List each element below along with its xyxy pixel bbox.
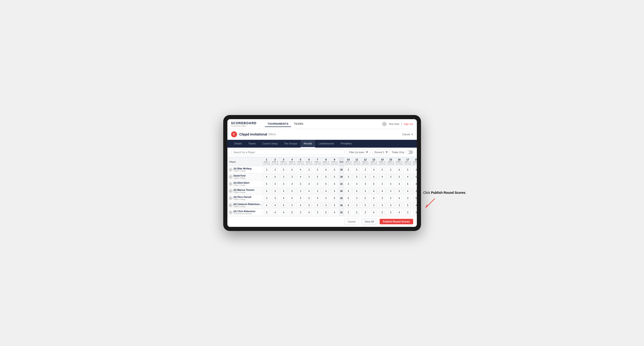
hole-15-score[interactable] [386, 209, 395, 216]
hole-5-score[interactable] [296, 187, 305, 195]
score-input[interactable] [315, 181, 320, 186]
score-input[interactable] [380, 167, 385, 172]
score-input[interactable] [371, 167, 376, 172]
hole-8-score[interactable] [322, 195, 330, 202]
score-input[interactable] [371, 174, 376, 179]
hole-5-score[interactable] [296, 166, 305, 173]
hole-13-score[interactable] [370, 180, 378, 187]
hole-13-score[interactable] [370, 166, 378, 173]
score-input[interactable] [264, 189, 270, 193]
hole-3-score[interactable] [279, 173, 288, 180]
hole-9-score[interactable] [330, 180, 339, 187]
score-input[interactable] [315, 189, 320, 193]
score-input[interactable] [346, 210, 351, 215]
hole-2-score[interactable] [271, 166, 279, 173]
score-input[interactable] [298, 210, 303, 215]
score-input[interactable] [281, 203, 286, 207]
hole-15-score[interactable] [386, 195, 395, 202]
hole-11-score[interactable] [352, 173, 361, 180]
hole-7-score[interactable] [313, 195, 322, 202]
score-input[interactable] [346, 167, 351, 172]
hole-15-score[interactable] [386, 180, 395, 187]
score-input[interactable] [323, 210, 329, 215]
hole-18-score[interactable] [412, 173, 417, 180]
score-input[interactable] [323, 167, 329, 172]
score-input[interactable] [281, 196, 286, 200]
hole-12-score[interactable] [361, 187, 370, 195]
score-input[interactable] [396, 210, 402, 215]
score-input[interactable] [264, 181, 270, 186]
hole-4-score[interactable] [288, 173, 296, 180]
score-input[interactable] [371, 196, 376, 200]
score-input[interactable] [272, 167, 278, 172]
hole-6-score[interactable] [305, 187, 314, 195]
score-input[interactable] [388, 196, 394, 200]
hole-7-score[interactable] [313, 187, 322, 195]
hole-17-score[interactable] [404, 173, 412, 180]
tab-printables[interactable]: Printables [337, 140, 355, 148]
score-input[interactable] [306, 203, 312, 207]
hole-15-score[interactable] [386, 187, 395, 195]
score-input[interactable] [332, 196, 337, 200]
hole-12-score[interactable] [361, 180, 370, 187]
score-input[interactable] [396, 181, 402, 186]
score-input[interactable] [405, 210, 410, 215]
score-input[interactable] [298, 181, 303, 186]
hole-14-score[interactable] [378, 209, 386, 216]
score-input[interactable] [281, 167, 286, 172]
hole-16-score[interactable] [395, 209, 404, 216]
hole-6-score[interactable] [305, 166, 314, 173]
hole-1-score[interactable] [262, 195, 271, 202]
hole-17-score[interactable] [404, 202, 412, 209]
score-input[interactable] [414, 210, 416, 215]
score-input[interactable] [289, 174, 295, 179]
hole-18-score[interactable] [412, 187, 417, 195]
hole-2-score[interactable] [271, 209, 279, 216]
hole-5-score[interactable] [296, 209, 305, 216]
score-input[interactable] [281, 189, 286, 193]
hole-3-score[interactable] [279, 187, 288, 195]
hole-18-score[interactable] [412, 195, 417, 202]
hole-3-score[interactable] [279, 166, 288, 173]
hole-1-score[interactable] [262, 209, 271, 216]
score-input[interactable] [354, 181, 360, 186]
score-input[interactable] [346, 181, 351, 186]
hole-5-score[interactable] [296, 195, 305, 202]
hole-2-score[interactable] [271, 202, 279, 209]
hole-14-score[interactable] [378, 195, 386, 202]
score-input[interactable] [298, 196, 303, 200]
score-input[interactable] [380, 210, 385, 215]
score-input[interactable] [264, 167, 270, 172]
score-input[interactable] [289, 181, 295, 186]
hole-2-score[interactable] [271, 173, 279, 180]
score-input[interactable] [388, 189, 394, 193]
hole-1-score[interactable] [262, 166, 271, 173]
hole-16-score[interactable] [395, 195, 404, 202]
hole-14-score[interactable] [378, 166, 386, 173]
score-input[interactable] [396, 203, 402, 207]
tab-results[interactable]: Results [300, 140, 316, 148]
footer-cancel-button[interactable]: Cancel [344, 219, 359, 224]
hole-12-score[interactable] [361, 202, 370, 209]
score-input[interactable] [396, 189, 402, 193]
tab-tee-groups[interactable]: Tee Groups [281, 140, 300, 148]
hole-4-score[interactable] [288, 209, 296, 216]
hole-12-score[interactable] [361, 209, 370, 216]
score-input[interactable] [323, 196, 329, 200]
hole-16-score[interactable] [395, 187, 404, 195]
score-input[interactable] [298, 167, 303, 172]
score-input[interactable] [354, 189, 360, 193]
hole-2-score[interactable] [271, 180, 279, 187]
score-input[interactable] [346, 203, 351, 207]
hole-7-score[interactable] [313, 166, 322, 173]
hole-10-score[interactable] [344, 180, 353, 187]
hole-18-score[interactable] [412, 180, 417, 187]
hole-18-score[interactable] [412, 202, 417, 209]
hole-13-score[interactable] [370, 209, 378, 216]
hole-4-score[interactable] [288, 202, 296, 209]
hole-14-score[interactable] [378, 180, 386, 187]
score-input[interactable] [362, 203, 368, 207]
hole-6-score[interactable] [305, 173, 314, 180]
hole-8-score[interactable] [322, 180, 330, 187]
hole-9-score[interactable] [330, 195, 339, 202]
